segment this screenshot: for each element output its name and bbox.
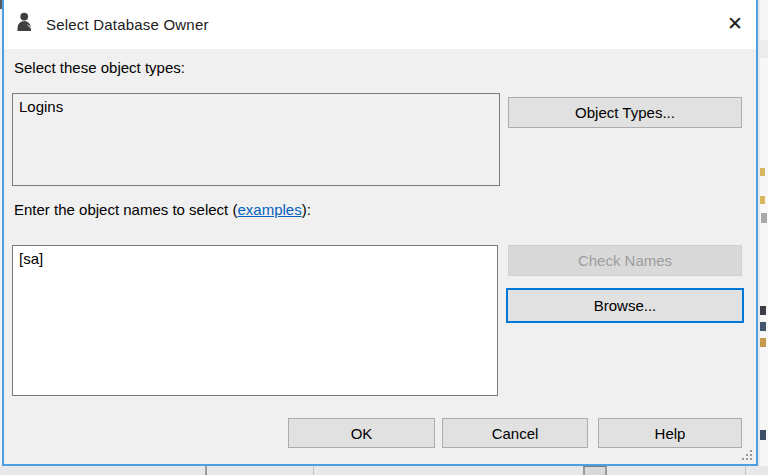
background-fragment: [761, 213, 767, 223]
background-fragment: [760, 338, 766, 347]
cancel-button-label: Cancel: [492, 425, 539, 442]
resize-grip[interactable]: [740, 448, 753, 461]
object-names-label: Enter the object names to select (exampl…: [14, 201, 311, 218]
object-types-box: Logins: [12, 93, 500, 186]
background-window-bottom-strip: [0, 466, 768, 475]
select-database-owner-dialog: Select Database Owner ✕ Select these obj…: [2, 0, 758, 466]
person-icon: [16, 11, 38, 33]
object-types-button[interactable]: Object Types...: [508, 97, 742, 128]
background-window-right-sliver: [760, 0, 768, 475]
object-types-value: Logins: [19, 98, 63, 115]
background-fragment: [760, 306, 766, 315]
close-icon: ✕: [727, 12, 743, 35]
object-names-input[interactable]: [sa]: [12, 245, 498, 396]
background-fragment: [760, 168, 765, 176]
background-fragment: [760, 322, 766, 331]
object-names-label-suffix: ):: [302, 201, 311, 218]
browse-button-label: Browse...: [594, 297, 657, 314]
object-names-label-prefix: Enter the object names to select (: [14, 201, 237, 218]
object-names-value: [sa]: [19, 250, 43, 267]
background-fragment: [760, 430, 766, 440]
dialog-title: Select Database Owner: [46, 0, 209, 49]
background-divider: [313, 466, 314, 475]
background-divider: [205, 466, 207, 475]
help-button[interactable]: Help: [598, 418, 742, 448]
ok-button[interactable]: OK: [288, 418, 435, 448]
check-names-button-label: Check Names: [578, 252, 672, 269]
close-button[interactable]: ✕: [714, 2, 756, 44]
check-names-button[interactable]: Check Names: [508, 245, 742, 276]
object-types-button-label: Object Types...: [575, 104, 675, 121]
cancel-button[interactable]: Cancel: [442, 418, 588, 448]
examples-link[interactable]: examples: [237, 201, 301, 218]
ok-button-label: OK: [351, 425, 373, 442]
object-types-label: Select these object types:: [14, 59, 185, 76]
background-fragment: [583, 466, 607, 475]
background-divider: [745, 466, 746, 475]
help-button-label: Help: [655, 425, 686, 442]
background-fragment: [760, 40, 768, 58]
browse-button[interactable]: Browse...: [506, 288, 744, 323]
background-fragment: [760, 196, 765, 204]
dialog-titlebar[interactable]: Select Database Owner ✕: [4, 0, 756, 49]
